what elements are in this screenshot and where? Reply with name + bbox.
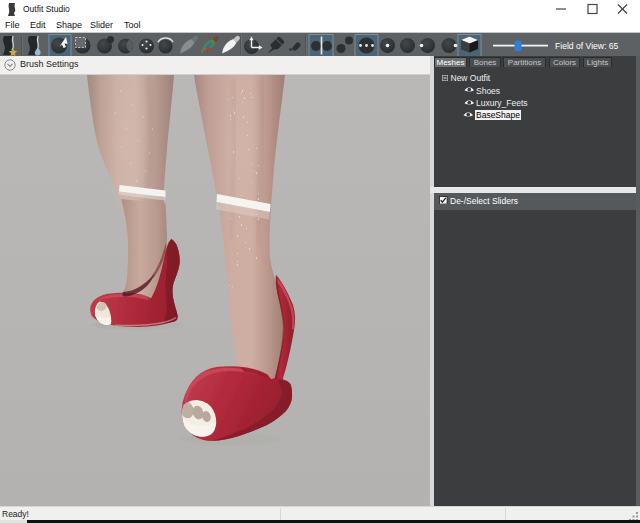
svg-text:Field of View: 65: Field of View: 65 (555, 41, 619, 51)
